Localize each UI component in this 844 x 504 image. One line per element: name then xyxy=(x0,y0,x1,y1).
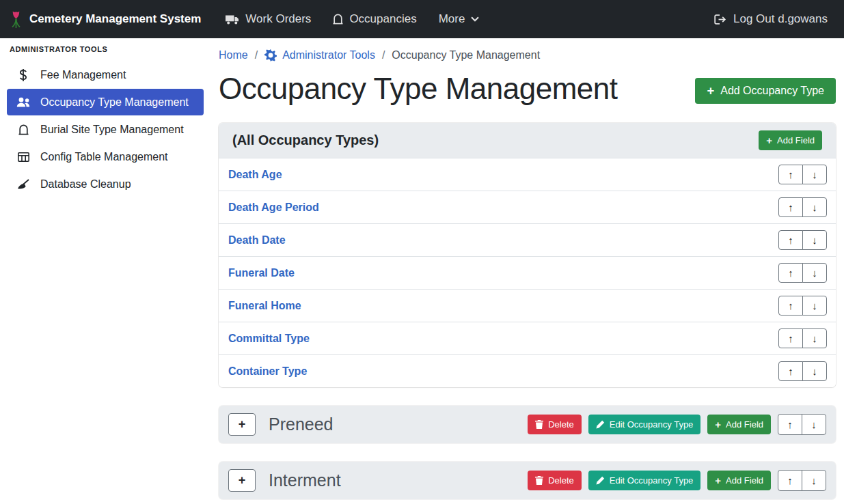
move-up-button[interactable]: ↑ xyxy=(778,165,803,184)
move-down-button[interactable]: ↓ xyxy=(802,263,827,283)
sidebar-item-label: Burial Site Type Management xyxy=(40,124,184,136)
move-up-button[interactable]: ↑ xyxy=(778,296,803,316)
field-row-container-type: Container Type↑↓ xyxy=(219,354,836,387)
move-down-button[interactable]: ↓ xyxy=(802,328,827,348)
section-title: Interment xyxy=(269,471,528,490)
add-occupancy-type-label: Add Occupancy Type xyxy=(720,85,824,97)
nav-item-work-orders[interactable]: Work Orders xyxy=(215,7,322,31)
expand-section-button[interactable]: + xyxy=(228,413,256,436)
nav-item-label: Work Orders xyxy=(245,12,311,26)
breadcrumb-separator: / xyxy=(382,49,385,61)
breadcrumb-label: Home xyxy=(219,49,248,61)
section-preneed: +PreneedDeleteEdit Occupancy Type+Add Fi… xyxy=(219,406,836,443)
nav-item-label: More xyxy=(439,12,465,26)
add-field-button[interactable]: +Add Field xyxy=(707,471,771,490)
breadcrumb-item-administrator-tools[interactable]: Administrator Tools xyxy=(264,49,375,61)
field-row-death-age: Death Age↑↓ xyxy=(219,158,836,191)
users-icon xyxy=(15,97,31,107)
tombstone-icon xyxy=(15,124,31,135)
section-title: Preneed xyxy=(269,415,528,434)
move-down-button[interactable]: ↓ xyxy=(802,230,827,250)
nav-item-more[interactable]: More xyxy=(428,7,491,31)
move-down-button[interactable]: ↓ xyxy=(802,165,827,184)
sidebar-item-occupancy-type-management[interactable]: Occupancy Type Management xyxy=(7,89,204,115)
sidebar-item-label: Database Cleanup xyxy=(40,178,131,191)
trash-icon xyxy=(535,476,543,485)
delete-button[interactable]: Delete xyxy=(528,471,582,490)
field-row-death-age-period: Death Age Period↑↓ xyxy=(219,191,836,223)
edit-occupancy-type-button-label: Edit Occupancy Type xyxy=(610,419,694,430)
field-link-death-age[interactable]: Death Age xyxy=(228,169,282,181)
expand-section-button[interactable]: + xyxy=(228,469,256,492)
plus-icon: + xyxy=(766,136,772,145)
field-link-committal-type[interactable]: Committal Type xyxy=(228,333,310,345)
move-down-button[interactable]: ↓ xyxy=(802,470,826,491)
move-up-button[interactable]: ↑ xyxy=(778,263,803,283)
sidebar-item-burial-site-type-management[interactable]: Burial Site Type Management xyxy=(7,116,204,143)
field-link-death-age-period[interactable]: Death Age Period xyxy=(228,201,319,214)
plus-icon: + xyxy=(715,420,721,429)
field-list: Death Age↑↓Death Age Period↑↓Death Date↑… xyxy=(219,158,836,387)
move-up-button[interactable]: ↑ xyxy=(778,328,803,348)
add-field-label: Add Field xyxy=(777,135,815,145)
move-down-button[interactable]: ↓ xyxy=(802,361,827,381)
reorder-controls: ↑↓ xyxy=(778,230,827,250)
field-row-funeral-date: Funeral Date↑↓ xyxy=(219,256,836,289)
delete-button-label: Delete xyxy=(548,475,574,486)
pencil-icon xyxy=(596,476,605,485)
logout-label: Log Out d.gowans xyxy=(733,12,828,26)
all-occupancy-types-card: (All Occupancy Types) + Add Field Death … xyxy=(219,123,836,387)
occupancy-type-sections: +PreneedDeleteEdit Occupancy Type+Add Fi… xyxy=(219,406,836,499)
move-up-button[interactable]: ↑ xyxy=(778,361,803,381)
field-link-funeral-date[interactable]: Funeral Date xyxy=(228,267,295,279)
sidebar-item-label: Fee Management xyxy=(40,69,126,81)
sidebar-heading: ADMINISTRATOR TOOLS xyxy=(0,38,210,61)
tombstone-icon xyxy=(333,14,343,25)
app-brand[interactable]: Cemetery Management System xyxy=(10,10,201,29)
sidebar-item-database-cleanup[interactable]: Database Cleanup xyxy=(7,171,204,197)
move-down-button[interactable]: ↓ xyxy=(802,414,826,435)
all-occupancy-types-header: (All Occupancy Types) + Add Field xyxy=(219,123,836,158)
field-link-funeral-home[interactable]: Funeral Home xyxy=(228,300,301,312)
reorder-controls: ↑↓ xyxy=(778,165,827,184)
move-up-button[interactable]: ↑ xyxy=(778,470,802,491)
plus-icon: + xyxy=(707,85,714,97)
field-link-death-date[interactable]: Death Date xyxy=(228,234,286,247)
broom-icon xyxy=(15,179,31,190)
sidebar-item-label: Occupancy Type Management xyxy=(40,96,189,109)
section-actions: DeleteEdit Occupancy Type+Add Field↑↓ xyxy=(528,470,826,491)
reorder-controls: ↑↓ xyxy=(778,361,827,381)
gear-icon xyxy=(264,49,277,61)
edit-occupancy-type-button[interactable]: Edit Occupancy Type xyxy=(588,471,701,490)
sidebar-item-fee-management[interactable]: Fee Management xyxy=(7,61,204,88)
section-actions: DeleteEdit Occupancy Type+Add Field↑↓ xyxy=(528,414,826,435)
breadcrumb-item-home[interactable]: Home xyxy=(219,49,248,61)
move-down-button[interactable]: ↓ xyxy=(802,296,827,316)
move-up-button[interactable]: ↑ xyxy=(778,230,803,250)
move-up-button[interactable]: ↑ xyxy=(778,197,803,217)
reorder-controls: ↑↓ xyxy=(778,328,827,348)
edit-occupancy-type-button[interactable]: Edit Occupancy Type xyxy=(588,415,701,434)
sidebar-item-config-table-management[interactable]: Config Table Management xyxy=(7,143,204,170)
breadcrumb: Home/Administrator Tools/Occupancy Type … xyxy=(219,45,836,61)
field-link-container-type[interactable]: Container Type xyxy=(228,365,307,378)
reorder-controls: ↑↓ xyxy=(778,296,827,316)
breadcrumb-label: Occupancy Type Management xyxy=(392,49,540,61)
breadcrumb-separator: / xyxy=(255,49,258,61)
add-field-button[interactable]: +Add Field xyxy=(707,415,771,434)
add-occupancy-type-button[interactable]: + Add Occupancy Type xyxy=(695,78,836,104)
page-title: Occupancy Type Management xyxy=(219,72,617,105)
nav-item-label: Occupancies xyxy=(349,12,416,26)
reorder-controls: ↑↓ xyxy=(778,470,826,491)
delete-button[interactable]: Delete xyxy=(528,415,582,434)
field-row-funeral-home: Funeral Home↑↓ xyxy=(219,289,836,322)
move-up-button[interactable]: ↑ xyxy=(778,414,802,435)
plus-icon: + xyxy=(715,476,721,485)
logout-button[interactable]: Log Out d.gowans xyxy=(714,12,828,26)
add-field-button[interactable]: + Add Field xyxy=(759,130,822,150)
sidebar: ADMINISTRATOR TOOLS Fee ManagementOccupa… xyxy=(0,38,210,504)
move-down-button[interactable]: ↓ xyxy=(802,197,827,217)
sidebar-item-label: Config Table Management xyxy=(40,151,168,163)
field-row-death-date: Death Date↑↓ xyxy=(219,223,836,256)
nav-item-occupancies[interactable]: Occupancies xyxy=(322,7,427,31)
